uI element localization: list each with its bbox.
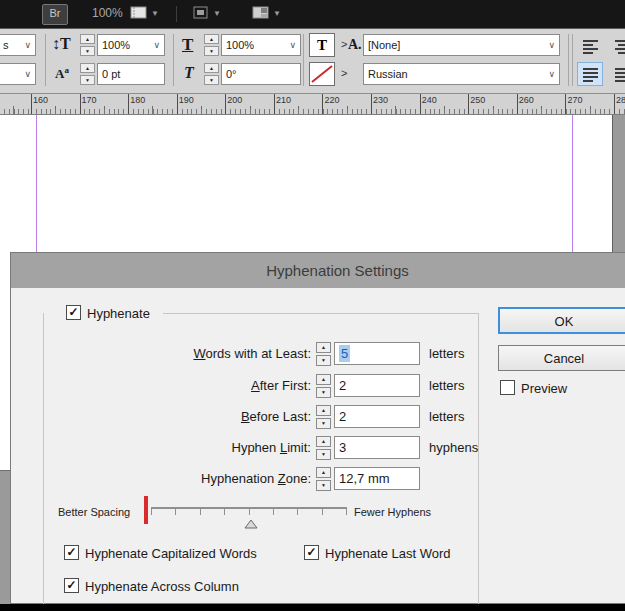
hyphenate-across-column-checkbox[interactable]: ✓ (64, 578, 79, 593)
dialog-title[interactable]: Hyphenation Settings (11, 253, 625, 288)
ruler-label: 210 (276, 95, 291, 105)
row-stepper[interactable]: ▲ ▼ (316, 374, 331, 398)
character-style-dropdown[interactable]: [None] ∨ (363, 34, 560, 56)
before-last-field[interactable]: 2 (334, 405, 420, 428)
justify-all-button[interactable] (609, 62, 625, 86)
right-margin-guide (572, 115, 573, 252)
horizontal-scale-value: 100% (226, 39, 254, 51)
toolbar-separator (568, 34, 569, 86)
spin-up-icon[interactable]: ▲ (80, 63, 95, 73)
spin-down-icon[interactable]: ▼ (316, 387, 331, 398)
panel-more-arrow-icon[interactable]: > (341, 67, 347, 79)
after-first-field[interactable]: 2 (334, 374, 420, 397)
ruler-major-tick (371, 94, 372, 114)
horizontal-ruler[interactable]: 160170180190200210220230240250260270280 (0, 94, 625, 115)
ok-button[interactable]: OK (498, 307, 625, 334)
pasteboard-left (0, 470, 10, 604)
ruler-label: 220 (324, 95, 339, 105)
fewer-hyphens-label: Fewer Hyphens (354, 506, 431, 518)
hyphenate-last-word-checkbox[interactable]: ✓ (304, 545, 319, 560)
ruler-major-tick (80, 94, 81, 114)
language-dropdown[interactable]: Russian ∨ (363, 63, 560, 85)
vertical-scale-stepper[interactable]: ▲ ▼ (80, 34, 95, 56)
hyphenation-slider-track[interactable] (151, 507, 347, 515)
cancel-button[interactable]: Cancel (498, 345, 625, 371)
spin-down-icon[interactable]: ▼ (80, 75, 95, 85)
view-options-icon (130, 6, 148, 20)
view-options-control[interactable]: ▼ (130, 6, 159, 20)
chevron-down-icon: ∨ (153, 35, 160, 55)
stroke-none-swatch[interactable] (309, 62, 335, 86)
dropdown-arrow-icon: ▼ (151, 9, 159, 18)
justify-all-icon (614, 66, 625, 83)
row-stepper[interactable]: ▲ ▼ (316, 405, 331, 429)
vertical-scale-dropdown[interactable]: 100% ∨ (97, 34, 165, 56)
left-top-dropdown-value: s (3, 39, 9, 51)
horizontal-scale-dropdown[interactable]: 100% ∨ (221, 34, 301, 56)
hyphenation-zone-field[interactable]: 12,7 mm (334, 467, 420, 490)
row-stepper[interactable]: ▲ ▼ (316, 467, 331, 491)
spin-down-icon[interactable]: ▼ (204, 75, 219, 85)
row-label: After First: (11, 375, 311, 397)
skew-field[interactable]: 0° (221, 63, 301, 85)
ruler-major-tick (274, 94, 275, 114)
ruler-label: 280 (616, 95, 625, 105)
screen-mode-icon (192, 6, 210, 20)
spin-down-icon[interactable]: ▼ (80, 46, 95, 56)
left-bottom-dropdown[interactable]: ∨ (0, 63, 36, 85)
hyphen-limit-field[interactable]: 3 (334, 436, 420, 459)
character-formatting-button[interactable]: T (309, 33, 335, 57)
justify-last-left-button[interactable] (577, 62, 603, 86)
spin-up-icon[interactable]: ▲ (80, 34, 95, 44)
bottom-edge-bar (0, 604, 625, 611)
hyphenate-capitalized-words-label: Hyphenate Capitalized Words (85, 546, 257, 561)
spin-down-icon[interactable]: ▼ (316, 355, 331, 366)
horizontal-scale-stepper[interactable]: ▲ ▼ (204, 34, 219, 56)
row-label: Before Last: (11, 406, 311, 428)
spin-down-icon[interactable]: ▼ (316, 480, 331, 491)
arrange-documents-icon (252, 6, 270, 20)
left-top-dropdown[interactable]: s ∨ (0, 34, 36, 56)
justify-last-left-icon (582, 66, 599, 83)
words-with-at-least-field[interactable]: 5 (334, 342, 420, 365)
bridge-button[interactable]: Br (42, 4, 68, 25)
spin-down-icon[interactable]: ▼ (316, 418, 331, 429)
ruler-major-tick (468, 94, 469, 114)
spin-up-icon[interactable]: ▲ (316, 467, 331, 478)
hyphenate-capitalized-words-checkbox[interactable]: ✓ (64, 545, 79, 560)
spin-up-icon[interactable]: ▲ (204, 34, 219, 44)
align-left-button[interactable] (577, 34, 603, 58)
document-page[interactable]: Повествовательная манера и стихотворная … (0, 115, 625, 252)
ruler-major-tick (31, 94, 32, 114)
screen-mode-control[interactable]: ▼ (192, 6, 221, 20)
arrange-documents-control[interactable]: ▼ (252, 6, 281, 20)
baseline-shift-stepper[interactable]: ▲ ▼ (80, 63, 95, 85)
hyphenation-slider-thumb[interactable] (244, 515, 258, 533)
ruler-major-tick (177, 94, 178, 114)
chevron-down-icon: ∨ (548, 64, 555, 84)
spin-up-icon[interactable]: ▲ (204, 63, 219, 73)
align-center-button[interactable] (609, 34, 625, 58)
better-spacing-label: Better Spacing (58, 506, 130, 518)
panel-more-arrow-icon[interactable]: > (341, 38, 347, 50)
baseline-shift-field[interactable]: 0 pt (97, 63, 165, 85)
spin-down-icon[interactable]: ▼ (316, 449, 331, 460)
spin-up-icon[interactable]: ▲ (316, 374, 331, 385)
ruler-label: 160 (33, 95, 48, 105)
spin-up-icon[interactable]: ▲ (316, 405, 331, 416)
ruler-label: 230 (373, 95, 388, 105)
application-window: Br 100%▼ ▼ ▼ ▼ (0, 0, 625, 611)
ruler-label: 170 (82, 95, 97, 105)
chevron-down-icon: ∨ (548, 35, 555, 55)
pasteboard-right (612, 115, 625, 252)
row-stepper[interactable]: ▲ ▼ (316, 436, 331, 460)
skew-stepper[interactable]: ▲ ▼ (204, 63, 219, 85)
hyphenate-checkbox[interactable]: ✓ (66, 305, 81, 320)
spin-down-icon[interactable]: ▼ (204, 46, 219, 56)
skew-icon: T (184, 64, 194, 82)
row-stepper[interactable]: ▲ ▼ (316, 342, 331, 366)
spin-up-icon[interactable]: ▲ (316, 342, 331, 353)
spin-up-icon[interactable]: ▲ (316, 436, 331, 447)
row-suffix: letters (429, 374, 464, 398)
preview-checkbox[interactable] (500, 380, 515, 395)
